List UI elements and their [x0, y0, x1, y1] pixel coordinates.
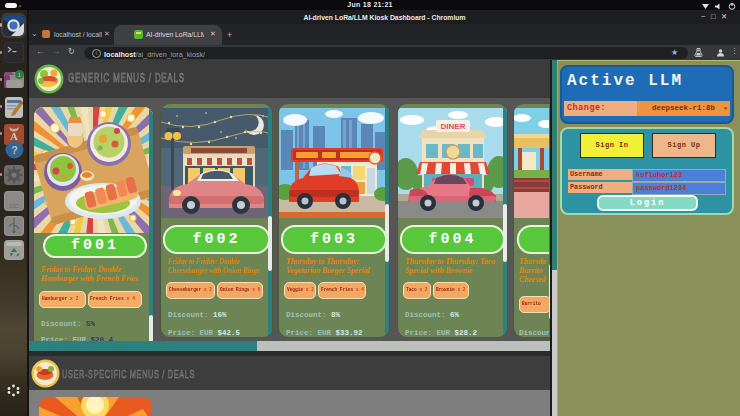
svg-text:SSD: SSD — [9, 204, 19, 209]
svg-text:?: ? — [11, 144, 18, 156]
svg-text:DINER: DINER — [441, 122, 466, 131]
